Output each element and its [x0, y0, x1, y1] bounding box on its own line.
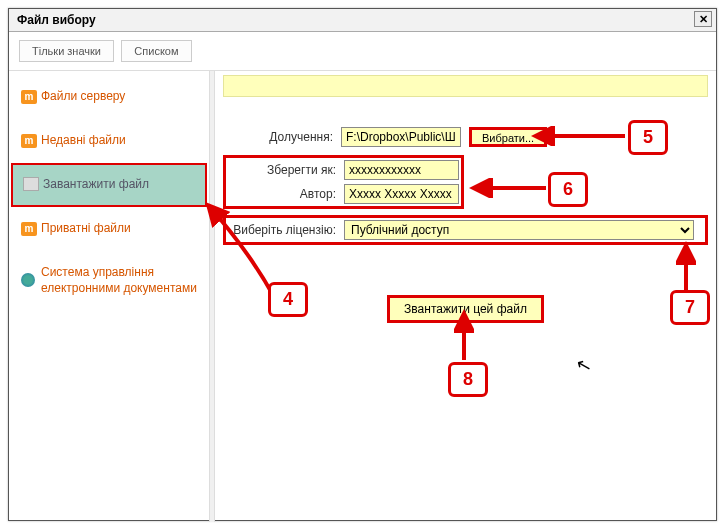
sidebar-item-label: Завантажити файл: [43, 177, 149, 193]
sidebar-item-label: Файли серверу: [41, 89, 125, 105]
dialog-titlebar: Файл вибору ✕: [9, 9, 716, 32]
callout-5: 5: [628, 120, 668, 155]
upload-icon: [23, 177, 39, 193]
license-select[interactable]: Публічний доступ: [344, 220, 694, 240]
author-field[interactable]: [344, 184, 459, 204]
upload-button[interactable]: Звантажити цей файл: [387, 295, 544, 323]
attachment-label: Долучення:: [223, 130, 333, 144]
sidebar-item-label: Система управління електронними документ…: [41, 265, 199, 296]
sidebar-item-edms[interactable]: Система управління електронними документ…: [9, 251, 209, 310]
close-button[interactable]: ✕: [694, 11, 712, 27]
callout-4: 4: [268, 282, 308, 317]
repository-sidebar: m Файли серверу m Недавні файли Завантаж…: [9, 71, 209, 522]
globe-icon: [21, 273, 37, 289]
sidebar-item-upload-file[interactable]: Завантажити файл: [11, 163, 207, 207]
dialog-body: m Файли серверу m Недавні файли Завантаж…: [9, 71, 716, 522]
close-icon: ✕: [699, 13, 708, 25]
path-bar: [223, 75, 708, 97]
license-label: Виберіть ліцензію:: [226, 223, 336, 237]
attachment-field[interactable]: [341, 127, 461, 147]
view-toolbar: Тільки значки Списком: [9, 32, 716, 71]
author-label: Автор:: [226, 187, 336, 201]
icons-view-button[interactable]: Тільки значки: [19, 40, 114, 62]
author-row: Автор:: [226, 184, 459, 204]
saveas-field[interactable]: [344, 160, 459, 180]
sidebar-item-recent-files[interactable]: m Недавні файли: [9, 119, 209, 163]
saveas-label: Зберегти як:: [226, 163, 336, 177]
file-picker-dialog: Файл вибору ✕ Тільки значки Списком m Фа…: [8, 8, 717, 521]
moodle-icon: m: [21, 89, 37, 105]
sidebar-item-label: Приватні файли: [41, 221, 131, 237]
browse-button[interactable]: Вибрати...: [469, 127, 547, 147]
sidebar-item-private-files[interactable]: m Приватні файли: [9, 207, 209, 251]
saveas-author-group-highlight: Зберегти як: Автор:: [223, 155, 464, 209]
moodle-icon: m: [21, 133, 37, 149]
sidebar-item-label: Недавні файли: [41, 133, 126, 149]
moodle-icon: m: [21, 221, 37, 237]
sidebar-item-server-files[interactable]: m Файли серверу: [9, 75, 209, 119]
callout-8: 8: [448, 362, 488, 397]
dialog-title: Файл вибору: [17, 13, 96, 27]
license-row: Виберіть ліцензію: Публічний доступ: [223, 215, 708, 245]
callout-7: 7: [670, 290, 710, 325]
list-view-button[interactable]: Списком: [121, 40, 191, 62]
saveas-row: Зберегти як:: [226, 160, 459, 180]
callout-6: 6: [548, 172, 588, 207]
